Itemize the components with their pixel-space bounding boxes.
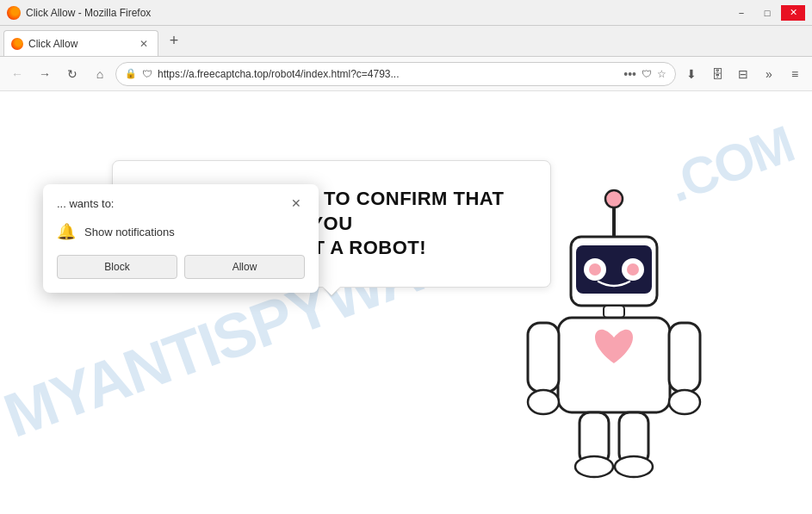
popup-notification-item: 🔔 Show notifications [57,222,305,241]
titlebar-left: Click Allow - Mozilla Firefox [7,6,151,20]
nav-right-icons: ⬇ 🗄 ⊟ » ≡ [679,62,807,86]
popup-buttons: Block Allow [57,255,305,279]
popup-wants-to-text: ... wants to: [57,197,114,210]
svg-point-12 [528,390,559,414]
synced-tabs-button[interactable]: ⊟ [731,62,755,86]
menu-button[interactable]: ≡ [783,62,807,86]
titlebar: Click Allow - Mozilla Firefox − □ ✕ [0,0,812,26]
active-tab[interactable]: Click Allow ✕ [3,30,158,56]
popup-notification-text: Show notifications [84,226,175,238]
svg-rect-10 [528,323,559,392]
verify-icon: 🛡 [642,68,652,80]
popup-close-button[interactable]: ✕ [288,195,305,212]
extensions-button[interactable]: » [757,62,781,86]
svg-rect-8 [604,306,624,318]
navbar: ← → ↻ ⌂ 🔒 🛡 https://a.freecaptcha.top/ro… [0,57,812,91]
maximize-button[interactable]: □ [755,5,779,21]
home-button[interactable]: ⌂ [88,62,112,86]
shield-icon: 🛡 [142,68,152,80]
url-more-icon[interactable]: ••• [623,67,636,81]
library-button[interactable]: 🗄 [705,62,729,86]
address-bar[interactable]: 🔒 🛡 https://a.freecaptcha.top/robot4/ind… [115,62,676,86]
svg-point-16 [575,456,613,477]
svg-rect-9 [558,318,670,412]
forward-button[interactable]: → [33,62,57,86]
svg-point-17 [615,456,653,477]
bell-icon: 🔔 [57,222,76,241]
bookmark-icon[interactable]: ☆ [657,68,666,80]
back-button[interactable]: ← [5,62,29,86]
page-content: MYANTISPYWARE .COM CLICK «ALLOW» TO CONF… [0,91,812,514]
popup-header: ... wants to: ✕ [57,195,305,212]
titlebar-controls: − □ ✕ [729,5,805,21]
firefox-logo-icon [7,6,21,20]
allow-button[interactable]: Allow [184,255,305,279]
minimize-button[interactable]: − [729,5,753,21]
close-button[interactable]: ✕ [781,5,805,21]
reload-button[interactable]: ↻ [60,62,84,86]
tab-favicon-icon [11,38,23,50]
lock-icon: 🔒 [125,68,137,79]
svg-rect-11 [669,323,700,392]
titlebar-title: Click Allow - Mozilla Firefox [26,7,151,19]
tab-label: Click Allow [28,38,132,50]
new-tab-button[interactable]: + [162,29,186,53]
notification-popup: ... wants to: ✕ 🔔 Show notifications Blo… [43,184,319,293]
download-button[interactable]: ⬇ [679,62,704,86]
url-text: https://a.freecaptcha.top/robot4/index.h… [158,68,618,80]
block-button[interactable]: Block [57,255,177,279]
tab-close-button[interactable]: ✕ [137,37,151,51]
svg-point-1 [605,190,623,207]
svg-point-7 [627,263,639,276]
svg-point-6 [589,263,601,276]
svg-point-13 [669,390,700,414]
tabbar: Click Allow ✕ + [0,26,812,57]
